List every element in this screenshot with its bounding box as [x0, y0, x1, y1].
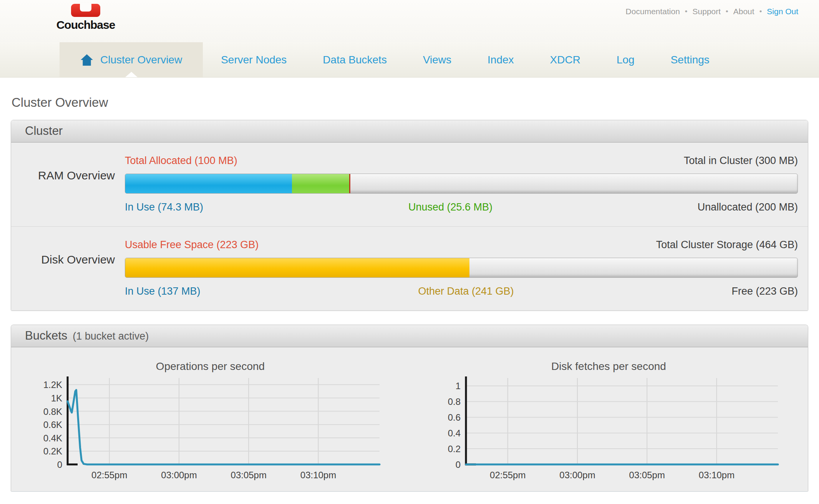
disk-free-label: Free (223 GB): [731, 285, 798, 297]
ram-unused-segment: [292, 174, 349, 193]
ram-in-use-label: In Use (74.3 MB): [125, 201, 203, 213]
cluster-panel-title: Cluster: [25, 124, 63, 138]
tab-xdcr[interactable]: XDCR: [532, 42, 598, 77]
svg-text:03:10pm: 03:10pm: [698, 470, 734, 480]
buckets-panel-body: Operations per second 02:55pm03:00pm03:0…: [11, 347, 808, 491]
cluster-panel-header: Cluster: [11, 120, 808, 143]
main-nav: Cluster Overview Server Nodes Data Bucke…: [0, 42, 819, 78]
ram-top-labels: Total Allocated (100 MB) Total in Cluste…: [125, 155, 798, 167]
svg-text:0.6K: 0.6K: [43, 419, 62, 430]
svg-text:03:00pm: 03:00pm: [559, 470, 595, 480]
svg-text:1.2K: 1.2K: [43, 380, 62, 390]
disk-total-storage-label: Total Cluster Storage (464 GB): [656, 239, 798, 251]
link-separator: •: [726, 7, 728, 16]
link-separator: •: [685, 7, 688, 16]
documentation-link[interactable]: Documentation: [626, 7, 680, 16]
tab-server-nodes[interactable]: Server Nodes: [203, 42, 305, 77]
ram-total-allocated-label: Total Allocated (100 MB): [125, 155, 237, 167]
cluster-panel: Cluster RAM Overview Total Allocated (10…: [11, 120, 808, 311]
tab-label: Log: [617, 54, 635, 66]
svg-text:02:55pm: 02:55pm: [490, 470, 526, 480]
tab-settings[interactable]: Settings: [653, 42, 728, 77]
tab-index[interactable]: Index: [469, 42, 532, 77]
logo-text: Couchbase: [49, 18, 122, 32]
tab-label: Settings: [671, 54, 710, 66]
svg-text:0.2: 0.2: [448, 444, 460, 454]
disk-in-use-label: In Use (137 MB): [125, 285, 201, 297]
svg-text:0.4: 0.4: [448, 428, 460, 438]
couchbase-logo: Couchbase: [49, 4, 122, 32]
svg-text:1: 1: [455, 381, 460, 391]
tab-cluster-overview[interactable]: Cluster Overview: [60, 42, 203, 77]
ram-bottom-labels: In Use (74.3 MB) Unused (25.6 MB) Unallo…: [125, 201, 798, 213]
about-link[interactable]: About: [733, 7, 754, 16]
ops-per-second-chart: Operations per second 02:55pm03:00pm03:0…: [11, 354, 410, 482]
svg-text:03:05pm: 03:05pm: [629, 470, 665, 480]
tab-label: Cluster Overview: [100, 54, 182, 66]
tab-label: Data Buckets: [323, 54, 387, 66]
svg-text:03:05pm: 03:05pm: [230, 470, 266, 480]
cluster-panel-body: RAM Overview Total Allocated (100 MB) To…: [11, 143, 808, 310]
tab-label: XDCR: [550, 54, 580, 66]
ram-usage-bar: [125, 174, 798, 194]
header-links: Documentation • Support • About • Sign O…: [626, 7, 798, 16]
support-link[interactable]: Support: [693, 7, 721, 16]
buckets-panel-header: Buckets (1 bucket active): [11, 325, 808, 347]
disk-bar-stack: Usable Free Space (223 GB) Total Cluster…: [125, 239, 798, 297]
link-separator: •: [759, 7, 762, 16]
svg-text:0.8: 0.8: [448, 396, 460, 407]
tab-label: Index: [487, 54, 514, 66]
ram-total-in-cluster-label: Total in Cluster (300 MB): [684, 155, 798, 167]
disk-other-data-label: Other Data (241 GB): [418, 285, 514, 297]
disk-overview-row: Disk Overview Usable Free Space (223 GB)…: [11, 226, 808, 310]
ram-bar-stack: Total Allocated (100 MB) Total in Cluste…: [125, 155, 798, 213]
svg-text:0.4K: 0.4K: [43, 433, 62, 443]
buckets-panel: Buckets (1 bucket active) Operations per…: [11, 325, 808, 492]
buckets-panel-title: Buckets: [25, 329, 67, 343]
disk-top-labels: Usable Free Space (223 GB) Total Cluster…: [125, 239, 798, 251]
couchbase-couch-icon: [71, 4, 100, 17]
tab-log[interactable]: Log: [598, 42, 653, 77]
page-title: Cluster Overview: [12, 95, 819, 110]
disk-fetches-chart-title: Disk fetches per second: [551, 360, 666, 373]
disk-used-segment: [125, 258, 469, 277]
svg-text:0.2K: 0.2K: [43, 446, 62, 456]
ops-chart-plot: 02:55pm03:00pm03:05pm03:10pm00.2K0.4K0.6…: [38, 373, 383, 482]
couch-notch: [80, 3, 91, 12]
svg-text:0: 0: [455, 459, 460, 470]
svg-text:1K: 1K: [51, 393, 62, 403]
ram-allocated-marker: [349, 174, 350, 193]
svg-text:03:10pm: 03:10pm: [300, 470, 336, 480]
tab-data-buckets[interactable]: Data Buckets: [305, 42, 405, 77]
ram-overview-row: RAM Overview Total Allocated (100 MB) To…: [11, 143, 808, 226]
buckets-panel-subtitle: (1 bucket active): [73, 330, 149, 342]
ops-chart-title: Operations per second: [156, 360, 265, 373]
disk-overview-label: Disk Overview: [11, 253, 125, 283]
svg-text:03:00pm: 03:00pm: [161, 470, 197, 480]
sign-out-link[interactable]: Sign Out: [767, 7, 798, 16]
ram-unallocated-label: Unallocated (200 MB): [698, 201, 798, 213]
ram-overview-label: RAM Overview: [11, 169, 125, 199]
svg-text:0: 0: [57, 459, 62, 470]
disk-fetches-chart-plot: 02:55pm03:00pm03:05pm03:10pm00.20.40.60.…: [436, 373, 782, 482]
disk-usage-bar: [125, 258, 798, 278]
tab-views[interactable]: Views: [405, 42, 469, 77]
svg-text:0.6: 0.6: [448, 412, 460, 423]
tab-label: Views: [423, 54, 451, 66]
svg-text:02:55pm: 02:55pm: [91, 470, 127, 480]
active-tab-notch: [125, 72, 138, 77]
svg-text:0.8K: 0.8K: [43, 406, 62, 417]
disk-fetches-chart: Disk fetches per second 02:55pm03:00pm03…: [410, 354, 808, 482]
tab-label: Server Nodes: [221, 54, 287, 66]
top-header: Couchbase Documentation • Support • Abou…: [0, 0, 819, 42]
home-icon: [80, 54, 93, 66]
ram-unused-label: Unused (25.6 MB): [408, 201, 492, 213]
ram-in-use-segment: [125, 174, 292, 193]
disk-bottom-labels: In Use (137 MB) Other Data (241 GB) Free…: [125, 285, 798, 297]
disk-usable-free-label: Usable Free Space (223 GB): [125, 239, 259, 251]
